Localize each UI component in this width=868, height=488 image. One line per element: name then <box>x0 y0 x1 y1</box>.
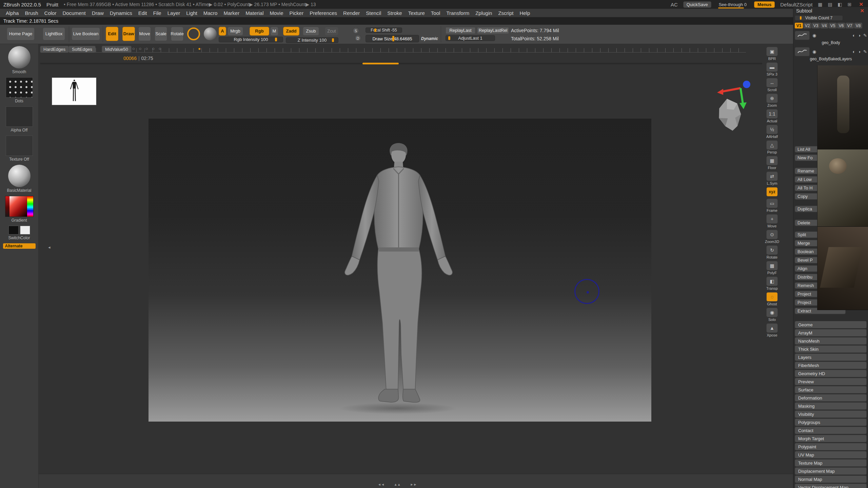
stroke-s-toggle[interactable]: S <box>353 27 359 34</box>
ac-toggle[interactable]: AC <box>671 2 678 7</box>
color-picker-item[interactable]: Gradient <box>0 196 38 223</box>
menu-item[interactable]: Light <box>183 9 200 17</box>
polypaint-icon[interactable]: ◐ <box>852 33 855 38</box>
subpalette-header[interactable]: NanoMesh <box>795 337 867 345</box>
menu-item[interactable]: Transform <box>443 9 472 17</box>
move-button[interactable]: Move <box>138 27 151 41</box>
right-shelf-button[interactable]: ½ AAHalf <box>764 125 780 139</box>
bottom-tray-handle[interactable]: ◄◄ ▲▲ ►► <box>378 483 417 486</box>
right-shelf-button[interactable]: ▦ Floor <box>764 156 780 170</box>
timeline-ruler[interactable] <box>71 48 746 53</box>
timeline-current-marker[interactable]: ● <box>198 46 201 51</box>
subtool-thumbnail[interactable] <box>795 47 810 56</box>
texture-off-thumbnail[interactable] <box>6 136 33 156</box>
reference-photo-1[interactable] <box>817 65 868 149</box>
stroke-dots-thumbnail[interactable] <box>6 77 33 98</box>
subpalette-header[interactable]: Geome <box>795 321 867 328</box>
brush-smooth-thumbnail[interactable] <box>8 46 31 68</box>
color-swatch-column[interactable] <box>5 196 9 217</box>
tray-right-arrows[interactable]: ►► <box>410 483 417 486</box>
menu-item[interactable]: Document <box>59 9 88 17</box>
head-preview-widget[interactable] <box>710 93 750 136</box>
draw-size-slider[interactable]: Draw Size 48.64685 <box>366 35 419 42</box>
menu-item[interactable]: Preferences <box>307 9 340 17</box>
main-color-swatch[interactable] <box>8 226 19 235</box>
rename-pencil-icon[interactable]: ✎ <box>863 33 867 38</box>
subpalette-header[interactable]: Preview <box>795 378 867 385</box>
anchor-mode-button[interactable]: A <box>219 27 226 36</box>
draw-button[interactable]: Draw <box>122 27 135 41</box>
stroke-d-toggle[interactable]: D <box>355 35 361 41</box>
mid-value-button[interactable]: MidValue50 <box>102 46 132 53</box>
visibility-tab[interactable]: V1 <box>795 23 803 28</box>
right-shelf-button[interactable]: ⊙ Zoom3D <box>764 230 780 244</box>
visibility-tab[interactable]: V7 <box>846 23 854 28</box>
menu-item[interactable]: Alpha <box>3 9 22 17</box>
see-through-slider[interactable]: See-through 0 <box>717 2 749 7</box>
right-shelf-button[interactable]: ⊕ Zoom <box>764 94 780 107</box>
edit-button[interactable]: Edit <box>106 27 118 41</box>
subpalette-header[interactable]: FiberMesh <box>795 362 867 369</box>
menu-item[interactable]: Color <box>41 9 60 17</box>
switch-color-item[interactable]: SwitchColor <box>0 226 38 240</box>
subtool-item[interactable]: ◉ ◐ ◑ ✎ geo_BodyBakedLayers <box>795 46 867 63</box>
right-shelf-button[interactable]: ▭ Frame <box>764 199 780 212</box>
material-item[interactable]: BasicMaterial <box>0 165 38 193</box>
visibility-tab[interactable]: V5 <box>829 23 837 28</box>
subpalette-header[interactable]: Deformation <box>795 394 867 402</box>
right-shelf-button[interactable]: ↔ Scroll <box>764 78 780 92</box>
mask-icon[interactable]: ◑ <box>858 33 861 38</box>
menu-item[interactable]: Movie <box>267 9 286 17</box>
document-preview-thumbnail[interactable] <box>52 78 96 105</box>
menu-item[interactable]: Draw <box>89 9 107 17</box>
right-shelf-button[interactable]: ▣ BPR <box>764 47 780 61</box>
menu-item[interactable]: Layer <box>164 9 183 17</box>
right-shelf-button[interactable]: + Move <box>764 214 780 228</box>
color-saturation-square[interactable] <box>9 196 27 217</box>
subpalette-header[interactable]: Displacement Map <box>795 467 867 475</box>
menus-button[interactable]: Menus <box>754 1 775 8</box>
document-area[interactable] <box>149 119 651 422</box>
eye-icon[interactable]: ◉ <box>812 33 816 38</box>
mask-icon[interactable]: ◑ <box>858 49 861 54</box>
current-brush-item[interactable]: Smooth <box>0 46 38 74</box>
focal-shift-slider[interactable]: Focal Shift -55 <box>366 27 402 33</box>
m-button[interactable]: M <box>270 27 278 36</box>
scale-button[interactable]: Scale <box>155 27 167 41</box>
timeline-scrollbar[interactable] <box>40 63 762 64</box>
subpalette-header[interactable]: Masking <box>795 402 867 410</box>
material-preview-icon[interactable] <box>204 27 217 40</box>
replay-last-button[interactable]: ReplayLast <box>446 27 475 34</box>
lightbox-button[interactable]: LightBox <box>43 27 65 40</box>
scrollbar-thumb[interactable] <box>362 63 399 64</box>
menu-item[interactable]: Stencil <box>363 9 384 17</box>
right-shelf-button[interactable]: ▩ PolyF <box>764 261 780 275</box>
subpalette-header[interactable]: Texture Map <box>795 459 867 467</box>
viewport-canvas[interactable]: Camera ○ ○ ○ ○ ○ ○ ○ ● 00066|02:75 <box>39 44 793 488</box>
right-shelf-button[interactable]: △ Persp <box>764 140 780 154</box>
menu-item[interactable]: Edit <box>135 9 150 17</box>
subpalette-header[interactable]: UV Map <box>795 451 867 459</box>
alternate-item[interactable]: Alternate <box>0 243 38 249</box>
tray-collapse-handle[interactable]: ◂ <box>48 245 51 250</box>
menu-item[interactable]: Macro <box>200 9 221 17</box>
right-shelf-button[interactable]: xyz <box>764 187 780 197</box>
subpalette-header[interactable]: Polypaint <box>795 443 867 450</box>
hue-strip[interactable] <box>27 196 33 217</box>
subpalette-header[interactable]: Vector Displacement Map <box>795 484 867 488</box>
visibility-tab[interactable]: V2 <box>803 23 811 28</box>
menu-item[interactable]: Material <box>242 9 267 17</box>
subtool-thumbnail[interactable] <box>795 31 810 40</box>
live-boolean-button[interactable]: Live Boolean <box>72 27 100 40</box>
subpalette-header[interactable]: Thick Skin <box>795 345 867 353</box>
mrgb-button[interactable]: Mrgb <box>228 27 243 36</box>
zsub-button[interactable]: Zsub <box>303 27 319 36</box>
alternate-button[interactable]: Alternate <box>3 243 36 249</box>
z-intensity-slider[interactable]: Z Intensity 100 <box>286 37 338 43</box>
rotate-button[interactable]: Rotate <box>171 27 183 41</box>
current-brush-icon[interactable] <box>187 27 200 40</box>
zadd-button[interactable]: Zadd <box>283 27 299 36</box>
menu-item[interactable]: Brush <box>22 9 41 17</box>
reference-photo-2[interactable] <box>817 149 868 227</box>
menu-item[interactable]: Marker <box>220 9 242 17</box>
